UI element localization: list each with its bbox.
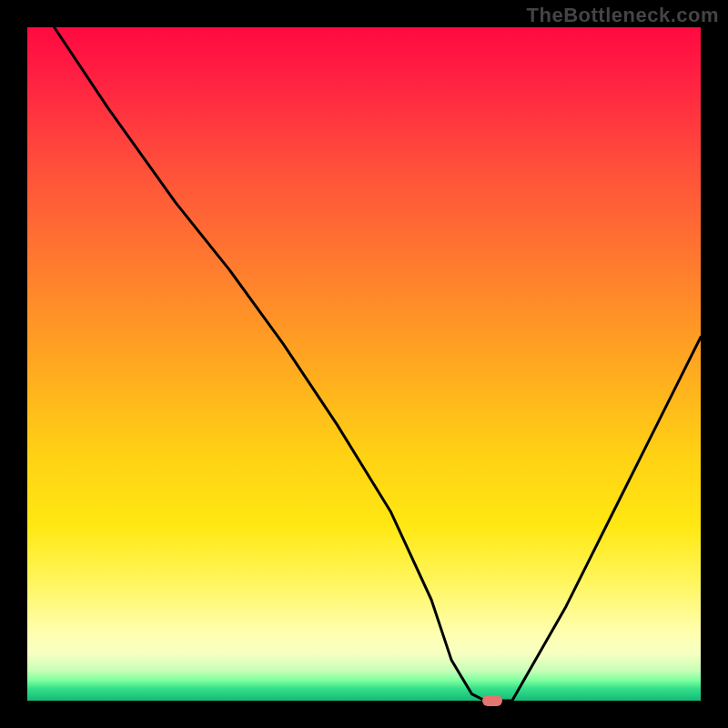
plot-area xyxy=(27,27,701,701)
bottleneck-curve xyxy=(27,27,701,701)
chart-frame: TheBottleneck.com xyxy=(0,0,728,728)
watermark-text: TheBottleneck.com xyxy=(527,4,719,27)
optimal-marker xyxy=(482,695,502,706)
